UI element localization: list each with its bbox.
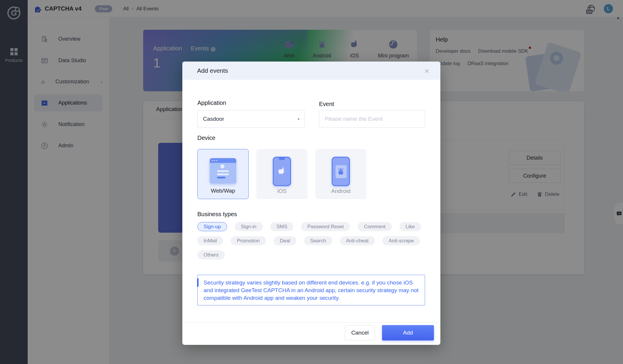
chip-inmail[interactable]: InMail <box>197 236 223 245</box>
device-option-label: iOS <box>277 188 287 194</box>
chip-comment[interactable]: Comment <box>358 222 392 231</box>
security-note: Security strategy varies slightly based … <box>197 275 425 305</box>
add-button[interactable]: Add <box>382 325 434 340</box>
business-type-chips: Sign-up Sign-in SMS Password Reset Comme… <box>197 222 425 259</box>
note-accent-bar <box>197 278 199 287</box>
device-option-label: Web/Wap <box>211 188 235 194</box>
application-select[interactable]: Casdoor ▾ <box>197 110 305 128</box>
modal-footer: Cancel Add <box>182 322 440 345</box>
iphone-illustration-icon <box>273 157 291 186</box>
device-option-ios[interactable]: iOS <box>256 149 308 199</box>
event-name-input[interactable] <box>319 110 425 128</box>
application-field-label: Application <box>197 100 226 106</box>
android-icon <box>336 166 346 176</box>
device-option-web-wap[interactable]: Web/Wap <box>197 149 249 199</box>
chip-password-reset[interactable]: Password Reset <box>301 222 350 231</box>
apple-icon <box>277 166 287 176</box>
chip-others[interactable]: Others <box>197 250 225 259</box>
android-phone-illustration-icon <box>332 157 350 186</box>
security-note-text: Security strategy varies slightly based … <box>204 279 419 301</box>
chip-sign-up[interactable]: Sign-up <box>197 222 227 231</box>
chip-anti-scrape[interactable]: Anti-scrape <box>382 236 420 245</box>
chip-sms[interactable]: SMS <box>270 222 294 231</box>
browser-illustration-icon <box>210 158 236 183</box>
chip-like[interactable]: Like <box>399 222 421 231</box>
device-option-android[interactable]: Android <box>315 149 366 199</box>
device-section-label: Device <box>197 135 215 141</box>
device-option-label: Android <box>331 188 351 194</box>
cancel-button[interactable]: Cancel <box>345 325 375 340</box>
chip-deal[interactable]: Deal <box>274 236 296 245</box>
add-events-modal: Add events × Application Casdoor ▾ Event… <box>182 62 440 345</box>
event-field-label: Event <box>319 101 334 107</box>
application-select-value: Casdoor <box>203 116 224 122</box>
chip-sign-in[interactable]: Sign-in <box>235 222 263 231</box>
page-root: G Products CAPTCHA v4 Free All › All Eve… <box>0 0 623 364</box>
chevron-down-icon: ▾ <box>298 117 300 121</box>
modal-header: Add events <box>182 62 440 80</box>
modal-title: Add events <box>197 67 228 74</box>
chip-promotion[interactable]: Promotion <box>231 236 266 245</box>
business-types-label: Business types <box>197 211 237 218</box>
close-icon[interactable]: × <box>422 66 432 76</box>
chip-search[interactable]: Search <box>304 236 332 245</box>
chip-anti-cheat[interactable]: Anti-cheat <box>340 236 375 245</box>
